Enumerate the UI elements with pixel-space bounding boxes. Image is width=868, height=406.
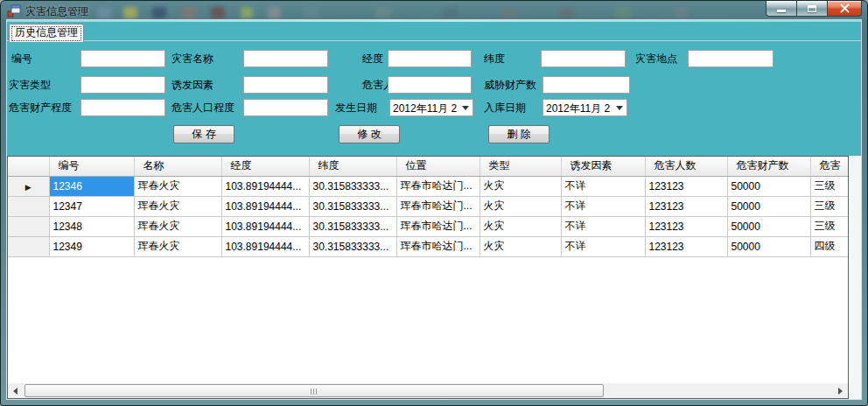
label-disaster-name: 灾害名称 (172, 50, 214, 67)
grid-header-0[interactable]: 编号 (49, 157, 134, 176)
grid-header-3[interactable]: 纬度 (309, 157, 396, 176)
grid-cell[interactable]: 30.315833333... (309, 176, 396, 196)
grid-header-6[interactable]: 诱发因素 (561, 157, 645, 176)
maximize-button[interactable] (796, 1, 827, 17)
grid-cell[interactable]: 珲春市哈达门... (396, 216, 480, 236)
grid-header-9[interactable]: 危害 (810, 157, 849, 176)
close-icon (839, 4, 850, 13)
disaster-name-input[interactable] (243, 50, 328, 67)
grid-cell[interactable]: 不详 (561, 196, 645, 216)
row-selector[interactable] (8, 216, 49, 236)
grid-cell[interactable]: 珲春市哈达门... (396, 176, 480, 196)
grid-cell[interactable]: 珲春火灾 (134, 236, 221, 256)
chevron-down-icon[interactable] (612, 100, 626, 116)
data-grid: 编号名称经度纬度位置类型诱发因素危害人数危害财产数危害▶12346珲春火灾103… (7, 156, 849, 399)
grid-cell[interactable]: 珲春市哈达门... (396, 236, 480, 256)
grid-cell[interactable]: 50000 (727, 236, 810, 256)
grid-cell[interactable]: 火灾 (480, 196, 561, 216)
property-damage-degree-input[interactable] (80, 99, 165, 116)
grid-cell[interactable]: 不详 (561, 216, 645, 236)
number-input[interactable] (80, 50, 165, 67)
grid-header-5[interactable]: 类型 (480, 157, 561, 176)
scroll-left-button[interactable] (8, 383, 23, 398)
label-trigger-factor: 诱发因素 (172, 76, 214, 94)
grid-cell[interactable]: 不详 (561, 176, 645, 196)
grid-cell[interactable]: 123123 (645, 196, 727, 216)
grid-header-1[interactable]: 名称 (134, 157, 221, 176)
horizontal-scrollbar[interactable] (8, 383, 848, 398)
table-row: 12349珲春火灾103.89194444...30.315833333...珲… (8, 236, 849, 256)
scroll-right-button[interactable] (833, 383, 848, 398)
affected-people-input[interactable] (388, 76, 472, 94)
chevron-down-icon[interactable] (458, 100, 472, 116)
modify-button[interactable]: 修 改 (339, 125, 400, 144)
grid-cell[interactable]: 12347 (49, 196, 134, 216)
grid-cell[interactable]: 50000 (727, 196, 810, 216)
grid-cell[interactable]: 不详 (561, 236, 645, 256)
grid-cell[interactable]: 30.315833333... (309, 216, 396, 236)
grid-cell[interactable]: 123123 (645, 216, 727, 236)
population-damage-degree-input[interactable] (243, 99, 328, 116)
tabpage-top-line (7, 40, 861, 41)
close-button[interactable] (827, 1, 862, 17)
save-button[interactable]: 保 存 (173, 125, 234, 144)
row-selector[interactable] (8, 236, 49, 256)
grid-cell[interactable]: 三级 (810, 176, 849, 196)
grid-cell[interactable]: 12349 (49, 236, 134, 256)
row-selector[interactable] (8, 196, 49, 216)
grid-cell[interactable]: 三级 (810, 196, 849, 216)
scroll-right-arrow-icon (838, 388, 843, 395)
grid-cell[interactable]: 30.315833333... (309, 196, 396, 216)
grid-cell[interactable]: 珲春火灾 (134, 196, 221, 216)
grid-cell[interactable]: 珲春火灾 (134, 216, 221, 236)
grid-header-4[interactable]: 位置 (396, 157, 480, 176)
trigger-factor-input[interactable] (243, 76, 328, 94)
latitude-input[interactable] (541, 50, 626, 67)
grid-cell[interactable]: 四级 (810, 236, 849, 256)
tab-label: 历史信息管理 (15, 26, 78, 38)
grid-cell[interactable]: 103.89194444... (221, 176, 309, 196)
longitude-input[interactable] (388, 50, 472, 67)
grid-cell[interactable]: 103.89194444... (221, 196, 309, 216)
grid-header-8[interactable]: 危害财产数 (727, 157, 810, 176)
disaster-type-input[interactable] (80, 76, 165, 94)
minimize-button[interactable] (766, 1, 796, 17)
grid-cell[interactable]: 12346 (49, 176, 134, 196)
table-row: ▶12346珲春火灾103.89194444...30.315833333...… (8, 176, 849, 196)
row-selector[interactable]: ▶ (8, 176, 49, 196)
grid-cell[interactable]: 123123 (645, 236, 727, 256)
grid-cell[interactable]: 103.89194444... (221, 236, 309, 256)
delete-button[interactable]: 删 除 (488, 125, 550, 144)
table-row: 12348珲春火灾103.89194444...30.315833333...珲… (8, 216, 849, 236)
grid-cell[interactable]: 50000 (727, 216, 810, 236)
titlebar[interactable]: 灾害信息管理 (1, 1, 867, 20)
location-input[interactable] (688, 50, 774, 67)
grid-cell[interactable]: 30.315833333... (309, 236, 396, 256)
label-longitude: 经度 (362, 50, 383, 67)
window-title: 灾害信息管理 (25, 4, 88, 19)
occurrence-date-picker[interactable]: 2012年11月 2日 (389, 99, 473, 116)
grid-cell[interactable]: 火灾 (480, 216, 561, 236)
label-population-damage-degree: 危害人口程度 (172, 99, 234, 116)
grid-cell[interactable]: 103.89194444... (221, 216, 309, 236)
grid-header-2[interactable]: 经度 (221, 157, 309, 176)
grid-cell[interactable]: 123123 (645, 176, 727, 196)
scrollbar-thumb[interactable] (24, 384, 604, 397)
grid-cell[interactable]: 珲春市哈达门... (396, 196, 480, 216)
grid-cell[interactable]: 12348 (49, 216, 134, 236)
grid-header-7[interactable]: 危害人数 (645, 157, 727, 176)
grid-cell[interactable]: 珲春火灾 (134, 176, 221, 196)
label-property-damage-degree: 危害财产程度 (9, 99, 72, 116)
label-latitude: 纬度 (484, 50, 505, 67)
tab-history-info[interactable]: 历史信息管理 (9, 24, 84, 42)
maximize-icon (808, 5, 816, 12)
scrollbar-grip-icon (311, 388, 318, 395)
grid-corner-cell[interactable] (8, 157, 49, 176)
threatened-property-input[interactable] (542, 76, 630, 94)
grid-cell[interactable]: 50000 (727, 176, 810, 196)
grid-cell[interactable]: 火灾 (480, 236, 561, 256)
entry-date-picker[interactable]: 2012年11月 2日 (542, 99, 627, 116)
label-occurrence-date: 发生日期 (335, 99, 377, 116)
grid-cell[interactable]: 火灾 (480, 176, 561, 196)
grid-cell[interactable]: 三级 (810, 216, 849, 236)
